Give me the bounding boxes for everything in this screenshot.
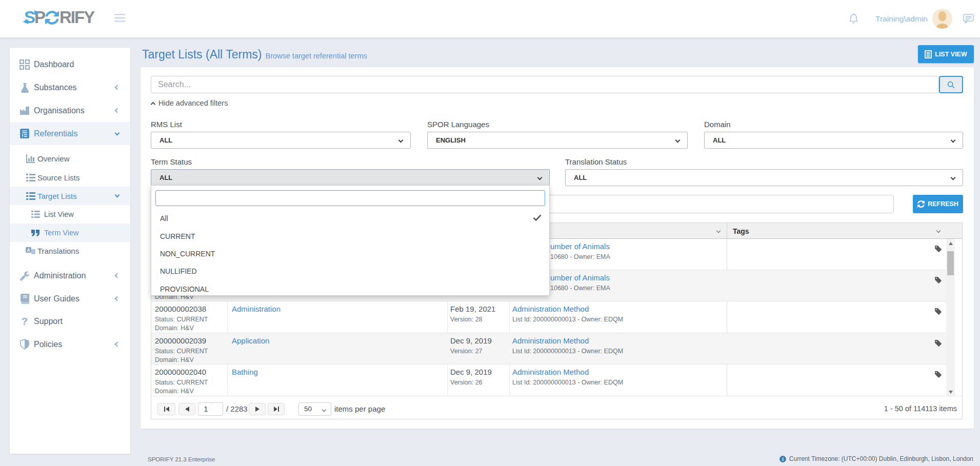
svg-text:i: i	[782, 456, 784, 461]
svg-text:A: A	[27, 248, 30, 253]
